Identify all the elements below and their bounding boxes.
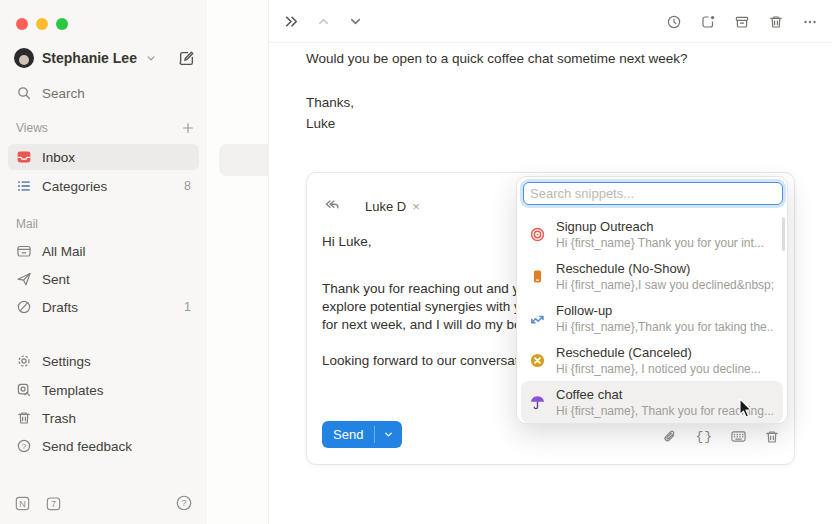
drafts-count: 1 (184, 300, 191, 314)
close-window-button[interactable] (16, 18, 28, 30)
zoom-window-button[interactable] (56, 18, 68, 30)
snooze-clock-icon[interactable] (660, 8, 688, 36)
drafts-icon (16, 299, 32, 315)
svg-text:?: ? (22, 442, 27, 451)
sidebar-item-label: Sent (42, 272, 70, 287)
avatar (14, 48, 34, 68)
views-section-header: Views (16, 121, 195, 135)
sidebar-item-label: Categories (42, 179, 107, 194)
snippet-search-input[interactable] (523, 182, 783, 205)
snippet-item-signup-outreach[interactable]: Signup Outreach Hi {first_name} Thank yo… (521, 213, 783, 255)
keyboard-icon[interactable] (730, 428, 747, 445)
snippet-preview: Hi {first_name} Thank you for your int..… (556, 236, 764, 250)
sidebar-item-categories[interactable]: Categories 8 (8, 173, 199, 199)
send-button[interactable]: Send (322, 421, 374, 448)
sidebar: Stephanie Lee Search Views Inbox Categor… (0, 0, 207, 524)
archive-icon[interactable] (728, 8, 756, 36)
sidebar-item-trash[interactable]: Trash (8, 405, 199, 431)
recipient-name: Luke D (365, 199, 406, 214)
sidebar-item-settings[interactable]: Settings (8, 348, 199, 374)
minimize-window-button[interactable] (36, 18, 48, 30)
discard-trash-icon[interactable] (764, 429, 780, 445)
umbrella-icon (529, 394, 546, 411)
snippet-preview: Hi {first_name},I saw you declined&nbsp;… (556, 278, 774, 292)
add-view-icon[interactable] (181, 121, 195, 135)
help-circle-icon[interactable]: ? (175, 494, 193, 512)
notion-app-icon[interactable]: N (14, 495, 31, 512)
snippet-item-reschedule-canceled[interactable]: Reschedule (Canceled) Hi {first_name}, I… (521, 339, 783, 381)
compose-icon[interactable] (178, 50, 195, 67)
more-options-icon[interactable] (796, 8, 824, 36)
trash-icon (16, 410, 32, 426)
snippet-title: Reschedule (Canceled) (556, 345, 761, 360)
notion-calendar-icon[interactable]: 7 (45, 495, 62, 512)
compose-body-line[interactable]: for next week, and I will do my best (322, 317, 532, 332)
sidebar-item-inbox[interactable]: Inbox (8, 144, 199, 170)
send-options-caret[interactable] (375, 421, 402, 448)
mark-unread-icon[interactable] (694, 8, 722, 36)
reply-all-icon[interactable] (323, 197, 341, 215)
sidebar-item-label: Drafts (42, 300, 78, 315)
snippet-preview: Hi {first_name},Thank you for taking the… (556, 320, 774, 334)
window-controls[interactable] (16, 18, 68, 30)
email-toolbar (269, 0, 832, 43)
settings-gear-icon (16, 353, 32, 369)
snippet-item-reschedule-no-show[interactable]: Reschedule (No-Show) Hi {first_name},I s… (521, 255, 783, 297)
sidebar-search[interactable]: Search (8, 80, 199, 106)
snippet-title: Follow-up (556, 303, 774, 318)
email-body-line: Would you be open to a quick coffee chat… (306, 48, 687, 69)
sidebar-item-sent[interactable]: Sent (8, 266, 199, 292)
categories-icon (16, 178, 32, 194)
target-icon (529, 226, 546, 243)
mail-section-header: Mail (16, 217, 195, 231)
next-email-icon[interactable] (341, 8, 369, 36)
collapse-panel-icon[interactable] (277, 8, 305, 36)
snippet-title: Signup Outreach (556, 219, 764, 234)
email-body: Would you be open to a quick coffee chat… (306, 48, 687, 134)
search-label: Search (42, 86, 85, 101)
sidebar-item-all-mail[interactable]: All Mail (8, 238, 199, 264)
sidebar-item-label: Trash (42, 411, 76, 426)
account-switcher[interactable]: Stephanie Lee (14, 46, 195, 70)
sidebar-item-templates[interactable]: Templates (8, 377, 199, 403)
sidebar-item-drafts[interactable]: Drafts 1 (8, 294, 199, 320)
compose-body-line[interactable]: Looking forward to our conversatio (322, 353, 529, 368)
snippet-item-follow-up[interactable]: Follow-up Hi {first_name},Thank you for … (521, 297, 783, 339)
svg-text:?: ? (181, 498, 186, 508)
compose-body-line[interactable]: Thank you for reaching out and you (322, 281, 534, 296)
collapsed-thread-list (207, 0, 268, 524)
trash-icon[interactable] (762, 8, 790, 36)
sidebar-item-label: Templates (42, 383, 104, 398)
attachment-icon[interactable] (662, 429, 678, 445)
all-mail-icon (16, 243, 32, 259)
compose-body-line[interactable]: explore potential synergies with yo (322, 299, 528, 314)
recipient-chip[interactable]: Luke D × (365, 199, 420, 214)
sent-icon (16, 271, 32, 287)
sidebar-item-label: Send feedback (42, 439, 132, 454)
notebook-icon (529, 268, 546, 285)
account-name: Stephanie Lee (42, 50, 137, 66)
snippets-braces-icon[interactable]: {} (695, 429, 713, 444)
svg-text:N: N (19, 498, 26, 508)
search-icon (16, 85, 32, 101)
svg-text:7: 7 (51, 499, 56, 509)
templates-icon (16, 382, 32, 398)
send-split-button[interactable]: Send (322, 421, 402, 448)
compose-body-line[interactable]: Hi Luke, (322, 234, 372, 249)
email-panel: Would you be open to a quick coffee chat… (268, 0, 832, 524)
inbox-icon (16, 149, 32, 165)
selected-thread-indicator[interactable] (219, 144, 268, 176)
remove-recipient-icon[interactable]: × (412, 199, 420, 214)
sidebar-item-send-feedback[interactable]: ? Send feedback (8, 433, 199, 459)
snippet-preview: Hi {first_name}, I noticed you decline..… (556, 362, 761, 376)
previous-email-icon[interactable] (309, 8, 337, 36)
email-sender: Luke (306, 113, 687, 134)
categories-count: 8 (184, 179, 191, 193)
mouse-cursor (739, 398, 755, 420)
sidebar-item-label: Inbox (42, 150, 75, 165)
popup-scrollbar[interactable] (782, 217, 785, 251)
arrows-icon (529, 310, 546, 327)
email-signoff: Thanks, (306, 92, 687, 113)
cancel-icon (529, 352, 546, 369)
snippet-title: Reschedule (No-Show) (556, 261, 774, 276)
